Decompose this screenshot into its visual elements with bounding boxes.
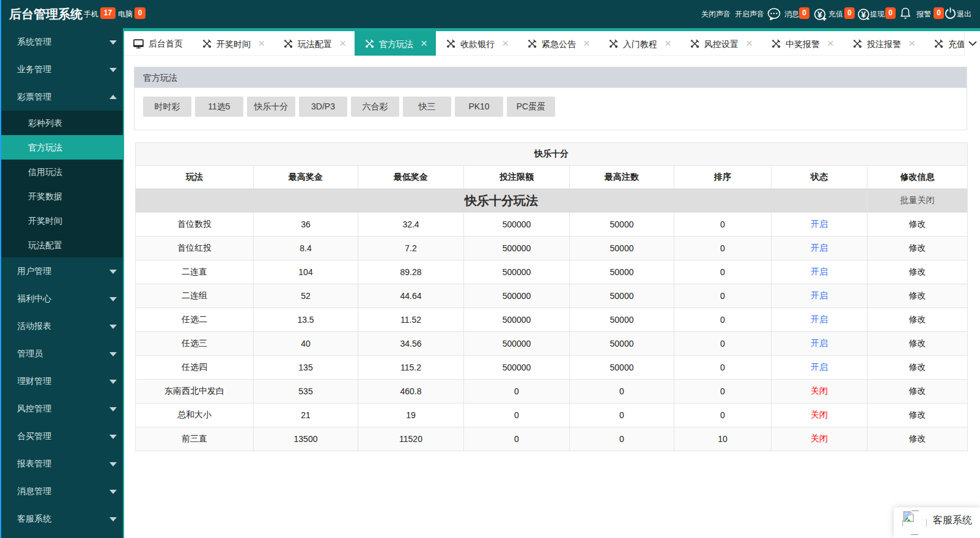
- svg-text:¥: ¥: [817, 10, 822, 20]
- svg-text:¥: ¥: [861, 10, 866, 20]
